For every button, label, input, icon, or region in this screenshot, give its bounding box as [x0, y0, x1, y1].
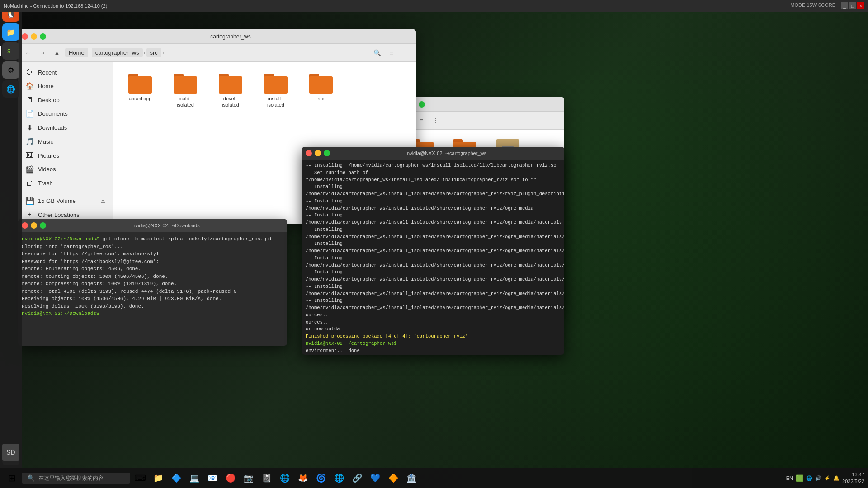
sidebar-trash[interactable]: 🗑 Trash — [18, 176, 113, 190]
taskbar-app-bank[interactable]: 🏦 — [403, 470, 420, 486]
nomachine-minimize[interactable]: _ — [841, 2, 848, 9]
sidebar-home[interactable]: 🏠 Home — [18, 79, 113, 93]
folder-build-isolated[interactable]: build_isolated — [167, 71, 203, 111]
taskbar-app-mail[interactable]: 📧 — [204, 470, 221, 486]
sidebar-desktop-label: Desktop — [38, 97, 60, 103]
terminal-2-body[interactable]: -- Installing: /home/nvidia/cartographer… — [302, 160, 564, 355]
terminal-2-titlebar: nvidia@NXX-02: ~/cartographer_ws — [302, 147, 564, 160]
taskbar-clock[interactable]: 13:47 2022/5/22 — [842, 471, 864, 485]
taskbar-search-box[interactable]: 🔍 在这里输入您要搜索的内容 — [22, 473, 130, 484]
terminal-1-prompt-2: nvidia@NXX-02:~/Downloads$ — [22, 311, 99, 316]
terminal-1-close-btn[interactable] — [22, 222, 28, 229]
eject-icon[interactable]: ⏏ — [100, 198, 105, 204]
fm1-breadcrumb: Home › cartographer_ws › src › — [65, 48, 369, 57]
terminal-1-max-btn[interactable] — [40, 222, 46, 229]
sidebar-music[interactable]: 🎵 Music — [18, 135, 113, 149]
fm1-up-btn[interactable]: ▲ — [51, 47, 63, 59]
fm1-back-btn[interactable]: ← — [22, 47, 34, 59]
fm1-close-btn[interactable] — [22, 33, 28, 40]
folder-build-isolated-label: build_isolated — [177, 95, 194, 108]
folder-src[interactable]: src — [303, 71, 339, 111]
fm1-search-btn[interactable]: 🔍 — [371, 47, 383, 59]
terminal-1-body[interactable]: nvidia@NXX-02:~/Downloads$ git clone -b … — [18, 232, 287, 346]
sidebar-volume[interactable]: 💾 15 GB Volume ⏏ — [18, 194, 113, 208]
dock-volume-icon[interactable]: SD — [2, 444, 19, 461]
taskbar-app-blue[interactable]: 🔷 — [168, 470, 184, 486]
nomachine-close[interactable]: × — [857, 2, 864, 9]
sidebar-documents[interactable]: 📄 Documents — [18, 107, 113, 121]
sidebar-recent[interactable]: ⏱ Recent — [18, 66, 113, 79]
taskbar-app-onenote[interactable]: 📓 — [259, 470, 275, 486]
sidebar-desktop[interactable]: 🖥 Desktop — [18, 93, 113, 107]
sidebar-volume-label: 15 GB Volume — [38, 197, 76, 204]
taskbar-battery-icon[interactable]: ⚡ — [824, 475, 830, 481]
pictures-icon: 🖼 — [25, 151, 33, 160]
fm2-view-btn[interactable]: ≡ — [415, 114, 428, 127]
breadcrumb-cartographer[interactable]: cartographer_ws — [92, 48, 143, 57]
breadcrumb-src[interactable]: src — [146, 48, 161, 57]
taskbar-status-area: EN 🟩 🌐 🔊 ⚡ 🔔 13:47 2022/5/22 — [786, 471, 864, 485]
volume-icon: 💾 — [25, 197, 33, 205]
terminal-1-output-8: Receiving objects: 100% (4506/4506), 4.2… — [22, 296, 222, 301]
taskbar-app-blue2[interactable]: 💙 — [367, 470, 383, 486]
taskbar-app-terminal[interactable]: 💻 — [186, 470, 203, 486]
recent-icon: ⏱ — [25, 68, 33, 76]
taskbar-app-orange[interactable]: 🔶 — [385, 470, 401, 486]
taskbar-app-firefox[interactable]: 🦊 — [295, 470, 311, 486]
fm1-forward-btn[interactable]: → — [36, 47, 49, 59]
terminal-1-output-5: remote: Counting objects: 100% (4506/450… — [22, 274, 168, 279]
fm1-sidebar: ⏱ Recent 🏠 Home 🖥 Desktop 📄 Documents ⬇ … — [18, 62, 113, 224]
taskbar-network-icon[interactable]: 🌐 — [806, 475, 812, 481]
home-icon: 🏠 — [25, 82, 33, 90]
taskbar-notification-icon[interactable]: 🔔 — [833, 475, 840, 481]
sidebar-videos[interactable]: 🎬 Videos — [18, 162, 113, 176]
dock-icon-settings[interactable]: ⚙ — [2, 61, 19, 79]
taskbar-app-edge[interactable]: 🔗 — [349, 470, 365, 486]
taskbar-windows-btn[interactable]: ⊞ — [4, 470, 20, 486]
dock-icon-browser[interactable]: 🌐 — [2, 80, 19, 98]
taskbar-task-view[interactable]: ⌨ — [132, 470, 148, 486]
t2-line-2: -- Set runtime path of "/home/nvidia/car… — [306, 170, 536, 183]
t2-line-1: -- Installing: /home/nvidia/cartographer… — [306, 163, 557, 168]
nomachine-maximize[interactable]: □ — [849, 2, 856, 9]
taskbar-app-circle[interactable]: 🌀 — [313, 470, 329, 486]
t2-line-3: -- Installing: /home/nvidia/cartographer… — [306, 184, 564, 197]
t2-line-11: -- Installing: /home/nvidia/cartographer… — [306, 298, 564, 310]
taskbar-volume-icon[interactable]: 🔊 — [815, 475, 821, 481]
terminal-1-min-btn[interactable] — [31, 222, 37, 229]
taskbar-app-globe[interactable]: 🌐 — [331, 470, 347, 486]
taskbar-lang-icon[interactable]: EN — [786, 475, 793, 481]
terminal-2-title: nvidia@NXX-02: ~/cartographer_ws — [333, 150, 561, 156]
dock-icon-files[interactable]: 📁 — [2, 23, 19, 41]
taskbar-app-teams[interactable]: 🌐 — [277, 470, 293, 486]
taskbar-app-red[interactable]: 🔴 — [222, 470, 239, 486]
dock-icon-terminal[interactable]: $_ — [2, 42, 19, 60]
folder-abseil-cpp[interactable]: abseil-cpp — [122, 71, 158, 111]
sidebar-other-locations-label: Other Locations — [38, 211, 80, 218]
taskbar-nvidia-icon[interactable]: 🟩 — [796, 474, 803, 482]
folder-devel-isolated-label: devel_isolated — [222, 95, 239, 108]
sidebar-pictures[interactable]: 🖼 Pictures — [18, 149, 113, 162]
breadcrumb-home[interactable]: Home — [65, 48, 88, 57]
fm2-menu-btn[interactable]: ⋮ — [429, 114, 442, 127]
sidebar-downloads-label: Downloads — [38, 124, 67, 131]
taskbar-date-display: 2022/5/22 — [842, 478, 864, 485]
t2-line-5: -- Installing: /home/nvidia/cartographer… — [306, 212, 562, 225]
fm1-view-btn[interactable]: ≡ — [385, 47, 398, 59]
desktop-icon: 🖥 — [25, 96, 33, 104]
sidebar-downloads[interactable]: ⬇ Downloads — [18, 121, 113, 135]
downloads-icon: ⬇ — [25, 123, 33, 132]
fm1-max-btn[interactable] — [40, 33, 46, 40]
folder-abseil-cpp-icon — [128, 74, 152, 94]
folder-devel-isolated[interactable]: devel_isolated — [212, 71, 249, 111]
terminal-2-max-btn[interactable] — [324, 150, 330, 156]
fm1-menu-btn[interactable]: ⋮ — [400, 47, 412, 59]
taskbar-app-explorer[interactable]: 📁 — [150, 470, 166, 486]
folder-abseil-cpp-label: abseil-cpp — [129, 95, 151, 102]
fm1-min-btn[interactable] — [31, 33, 37, 40]
folder-install-isolated[interactable]: install_isolated — [258, 71, 294, 111]
fm2-max-btn[interactable] — [419, 101, 425, 108]
taskbar-app-camera[interactable]: 📷 — [241, 470, 257, 486]
terminal-2-min-btn[interactable] — [315, 150, 321, 156]
terminal-2-close-btn[interactable] — [306, 150, 312, 156]
